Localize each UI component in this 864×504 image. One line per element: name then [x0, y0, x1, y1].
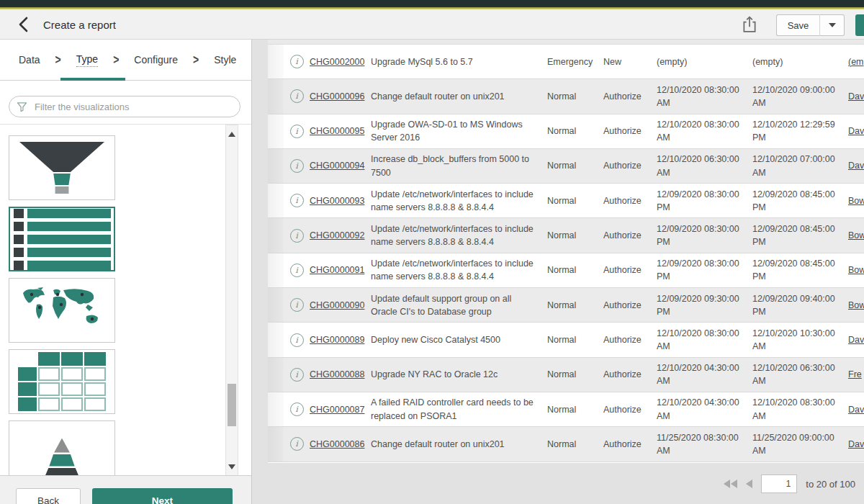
filter-funnel-icon [17, 102, 27, 112]
row-assigned-link[interactable]: Bow [848, 265, 864, 275]
caret-down-icon [829, 23, 836, 27]
pagination-prev-icon[interactable] [746, 480, 752, 488]
viz-type-world-map[interactable] [9, 278, 115, 343]
row-end-date: 12/10/2020 10:30:00 AM [752, 327, 848, 353]
info-icon[interactable]: i [290, 298, 304, 312]
viz-type-funnel[interactable] [9, 135, 115, 200]
row-number-link[interactable]: CHG0000088 [310, 369, 364, 379]
scrollbar-thumb[interactable] [228, 384, 236, 426]
tab-type[interactable]: Type [76, 53, 98, 67]
viz-type-list[interactable] [9, 207, 115, 271]
filter-visualizations-input[interactable] [33, 101, 233, 113]
back-chevron-icon[interactable] [14, 16, 33, 35]
row-end-date: 12/10/2020 07:00:00 AM [752, 153, 848, 179]
info-icon[interactable]: i [290, 437, 304, 451]
row-number-link[interactable]: CHG0000091 [310, 265, 364, 275]
info-icon[interactable]: i [290, 368, 304, 382]
row-number-link[interactable]: CHG0002000 [310, 57, 364, 67]
page-number-input[interactable] [761, 474, 797, 493]
save-button[interactable]: Save [776, 14, 820, 36]
back-button[interactable]: Back [16, 488, 81, 504]
row-assigned-link[interactable]: Bow [848, 300, 864, 310]
viz-type-heatmap[interactable] [9, 349, 115, 414]
table-row: iCHG0000089Deploy new Cisco Catalyst 450… [268, 323, 864, 357]
scroll-down-icon[interactable] [226, 461, 238, 472]
row-number-cell: CHG0000094 [310, 159, 371, 172]
info-icon[interactable]: i [290, 55, 304, 68]
row-assigned-link[interactable]: Dav [848, 335, 864, 345]
row-assigned-link[interactable]: (em [848, 57, 864, 67]
info-icon[interactable]: i [290, 402, 304, 416]
scroll-up-icon[interactable] [226, 128, 238, 140]
row-description: Upgrade OWA-SD-01 to MS Windows Server 2… [371, 118, 547, 144]
row-assigned-cell: Dav [848, 159, 864, 172]
row-number-link[interactable]: CHG0000087 [310, 405, 364, 415]
row-priority: Normal [547, 159, 603, 172]
report-preview-table: iCHG0002000Upgrade MySql 5.6 to 5.7Emerg… [268, 40, 864, 463]
row-end-date: 12/09/2020 08:45:00 PM [752, 222, 848, 248]
row-assigned-link[interactable]: Bow [848, 230, 864, 240]
table-row: iCHG0000087A failed RAID controller card… [268, 392, 864, 427]
row-assigned-link[interactable]: Dav [848, 405, 864, 415]
pagination-first-icon[interactable] [724, 480, 737, 488]
row-assigned-link[interactable]: Dav [848, 126, 864, 136]
row-description: Change default router on unix201 [371, 90, 547, 103]
next-button[interactable]: Next [92, 488, 233, 504]
row-assigned-link[interactable]: Bow [848, 196, 864, 206]
tab-style[interactable]: Style [214, 54, 236, 66]
row-number-link[interactable]: CHG0000096 [310, 91, 364, 102]
row-start-date: 12/09/2020 08:30:00 PM [657, 257, 752, 283]
row-number-link[interactable]: CHG0000094 [310, 161, 364, 171]
info-icon[interactable]: i [290, 333, 304, 347]
funnel-icon [19, 142, 104, 194]
row-number-cell: CHG0000092 [310, 229, 371, 242]
info-icon[interactable]: i [290, 125, 304, 138]
row-end-date: (empty) [752, 55, 848, 68]
info-icon[interactable]: i [290, 264, 304, 277]
share-icon[interactable] [740, 15, 759, 35]
wizard-footer: Back Next [0, 475, 251, 504]
row-priority: Normal [547, 194, 603, 207]
row-start-date: 11/25/2020 08:30:00 AM [657, 431, 752, 457]
save-menu-button[interactable] [820, 14, 845, 36]
row-start-date: 12/10/2020 08:30:00 AM [657, 118, 752, 144]
row-assigned-link[interactable]: Dav [848, 161, 864, 171]
row-end-date: 12/09/2020 08:45:00 PM [752, 188, 848, 214]
visualization-scrollbar[interactable] [225, 125, 238, 475]
viz-type-pyramid[interactable] [9, 420, 115, 475]
info-icon[interactable]: i [290, 159, 304, 173]
row-left-gutter [268, 392, 284, 426]
row-state: New [603, 55, 657, 68]
row-number-link[interactable]: CHG0000089 [310, 335, 364, 345]
row-number-link[interactable]: CHG0000090 [310, 300, 364, 310]
run-button-partial[interactable] [855, 14, 864, 36]
row-start-date: 12/09/2020 08:30:00 PM [657, 188, 752, 214]
info-icon[interactable]: i [290, 89, 304, 103]
row-assigned-cell: Dav [848, 125, 864, 138]
row-assigned-cell: Bow [848, 229, 864, 242]
step-chevron-icon: > [193, 53, 199, 67]
row-description: Deploy new Cisco Catalyst 4500 [371, 333, 547, 346]
row-number-link[interactable]: CHG0000093 [310, 196, 364, 206]
info-icon[interactable]: i [290, 194, 304, 207]
row-number-cell: CHG0000089 [310, 333, 371, 346]
row-assigned-link[interactable]: Dav [848, 439, 864, 449]
info-icon[interactable]: i [290, 229, 304, 243]
row-assigned-cell: Fre [848, 368, 864, 381]
tab-configure[interactable]: Configure [134, 54, 178, 66]
row-number-link[interactable]: CHG0000086 [310, 439, 364, 449]
table-row: iCHG0000091Update /etc/network/interface… [268, 253, 864, 288]
row-end-date: 12/10/2020 08:30:00 AM [752, 396, 848, 422]
row-start-date: 12/09/2020 08:30:00 PM [657, 222, 752, 248]
row-assigned-link[interactable]: Fre [848, 369, 862, 379]
row-start-date: 12/10/2020 04:30:00 AM [657, 396, 752, 422]
row-number-link[interactable]: CHG0000095 [310, 126, 364, 136]
row-info-cell: i [284, 229, 310, 243]
tab-data[interactable]: Data [19, 54, 40, 66]
table-row: iCHG0000093Update /etc/network/interface… [268, 184, 864, 218]
app-header: Create a report Save [0, 9, 864, 40]
row-info-cell: i [284, 55, 310, 68]
row-assigned-cell: Dav [848, 403, 864, 416]
row-number-link[interactable]: CHG0000092 [310, 230, 364, 240]
row-assigned-link[interactable]: Dav [848, 91, 864, 102]
